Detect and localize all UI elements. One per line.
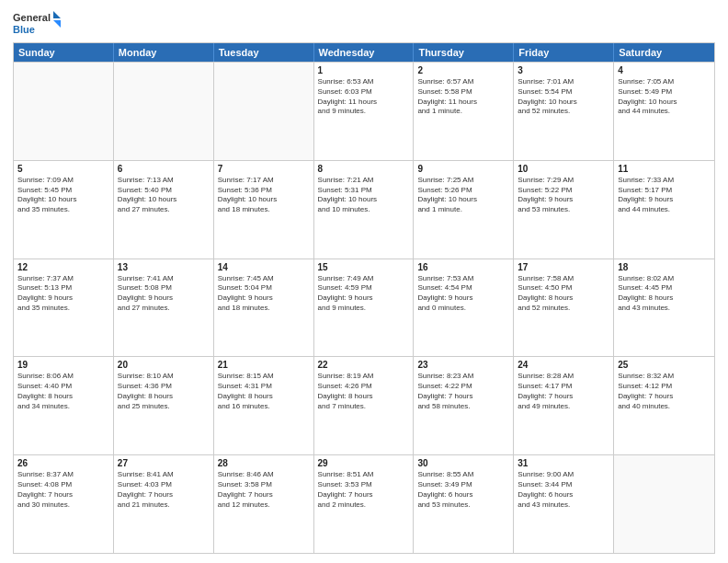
day-number: 11 [618,164,711,174]
calendar-week-4: 19Sunrise: 8:06 AM Sunset: 4:40 PM Dayli… [14,356,714,454]
day-number: 7 [218,164,310,174]
day-info: Sunrise: 8:28 AM Sunset: 4:17 PM Dayligh… [518,372,609,411]
calendar-day-12: 12Sunrise: 7:37 AM Sunset: 5:13 PM Dayli… [14,259,114,357]
calendar-week-1: 1Sunrise: 6:53 AM Sunset: 6:03 PM Daylig… [14,62,714,160]
calendar-day-8: 8Sunrise: 7:21 AM Sunset: 5:31 PM Daylig… [314,161,415,259]
calendar-day-10: 10Sunrise: 7:29 AM Sunset: 5:22 PM Dayli… [514,161,614,259]
day-number: 24 [518,360,609,370]
day-info: Sunrise: 8:55 AM Sunset: 3:49 PM Dayligh… [417,470,509,510]
calendar-day-28: 28Sunrise: 8:46 AM Sunset: 3:58 PM Dayli… [214,455,314,553]
day-info: Sunrise: 7:25 AM Sunset: 5:26 PM Dayligh… [417,176,509,215]
day-info: Sunrise: 7:41 AM Sunset: 5:08 PM Dayligh… [118,274,210,314]
day-number: 17 [518,262,609,272]
calendar-day-20: 20Sunrise: 8:10 AM Sunset: 4:36 PM Dayli… [114,357,214,454]
day-info: Sunrise: 7:58 AM Sunset: 4:50 PM Dayligh… [518,274,609,314]
day-number: 16 [417,262,509,272]
weekday-header-monday: Monday [114,43,214,62]
calendar-day-empty [14,63,114,160]
calendar-day-19: 19Sunrise: 8:06 AM Sunset: 4:40 PM Dayli… [14,357,114,454]
day-number: 28 [218,458,310,468]
day-info: Sunrise: 8:23 AM Sunset: 4:22 PM Dayligh… [417,372,509,411]
day-number: 30 [417,458,509,468]
day-info: Sunrise: 6:53 AM Sunset: 6:03 PM Dayligh… [318,77,410,117]
weekday-header-wednesday: Wednesday [314,43,415,62]
calendar-day-9: 9Sunrise: 7:25 AM Sunset: 5:26 PM Daylig… [414,161,514,259]
calendar: SundayMondayTuesdayWednesdayThursdayFrid… [13,42,715,554]
day-number: 9 [417,164,509,174]
svg-marker-2 [53,11,61,18]
day-info: Sunrise: 8:06 AM Sunset: 4:40 PM Dayligh… [17,372,109,411]
day-number: 14 [218,262,310,272]
calendar-day-empty [214,63,314,160]
day-number: 2 [417,65,509,75]
calendar-day-31: 31Sunrise: 9:00 AM Sunset: 3:44 PM Dayli… [514,455,614,553]
calendar-day-23: 23Sunrise: 8:23 AM Sunset: 4:22 PM Dayli… [414,357,514,454]
day-info: Sunrise: 7:21 AM Sunset: 5:31 PM Dayligh… [318,176,410,215]
day-number: 25 [618,360,711,370]
calendar-day-16: 16Sunrise: 7:53 AM Sunset: 4:54 PM Dayli… [414,259,514,357]
day-number: 19 [17,360,109,370]
calendar-week-3: 12Sunrise: 7:37 AM Sunset: 5:13 PM Dayli… [14,259,714,357]
day-info: Sunrise: 7:53 AM Sunset: 4:54 PM Dayligh… [417,274,509,314]
day-number: 6 [118,164,210,174]
day-number: 8 [318,164,410,174]
day-number: 23 [417,360,509,370]
day-number: 12 [17,262,109,272]
day-number: 29 [318,458,410,468]
calendar-day-empty [114,63,214,160]
day-info: Sunrise: 7:45 AM Sunset: 5:04 PM Dayligh… [218,274,310,314]
day-info: Sunrise: 8:15 AM Sunset: 4:31 PM Dayligh… [218,372,310,411]
svg-text:Blue: Blue [13,24,35,35]
day-info: Sunrise: 8:10 AM Sunset: 4:36 PM Dayligh… [118,372,210,411]
day-info: Sunrise: 6:57 AM Sunset: 5:58 PM Dayligh… [417,77,509,117]
calendar-day-24: 24Sunrise: 8:28 AM Sunset: 4:17 PM Dayli… [514,357,614,454]
day-number: 13 [118,262,210,272]
svg-marker-3 [53,20,61,28]
day-number: 4 [618,65,711,75]
day-number: 3 [518,65,609,75]
day-number: 18 [618,262,711,272]
day-info: Sunrise: 7:37 AM Sunset: 5:13 PM Dayligh… [17,274,109,314]
calendar-day-18: 18Sunrise: 8:02 AM Sunset: 4:45 PM Dayli… [614,259,714,357]
day-info: Sunrise: 8:51 AM Sunset: 3:53 PM Dayligh… [318,470,410,510]
day-info: Sunrise: 7:01 AM Sunset: 5:54 PM Dayligh… [518,77,609,117]
calendar-day-29: 29Sunrise: 8:51 AM Sunset: 3:53 PM Dayli… [314,455,415,553]
page-header: General Blue [13,9,715,37]
day-number: 26 [17,458,109,468]
day-info: Sunrise: 7:29 AM Sunset: 5:22 PM Dayligh… [518,176,609,215]
logo: General Blue [13,9,63,37]
day-number: 15 [318,262,410,272]
day-info: Sunrise: 7:49 AM Sunset: 4:59 PM Dayligh… [318,274,410,314]
calendar-day-14: 14Sunrise: 7:45 AM Sunset: 5:04 PM Dayli… [214,259,314,357]
day-info: Sunrise: 8:02 AM Sunset: 4:45 PM Dayligh… [618,274,711,314]
day-info: Sunrise: 7:09 AM Sunset: 5:45 PM Dayligh… [17,176,109,215]
calendar-day-17: 17Sunrise: 7:58 AM Sunset: 4:50 PM Dayli… [514,259,614,357]
day-number: 10 [518,164,609,174]
calendar-day-13: 13Sunrise: 7:41 AM Sunset: 5:08 PM Dayli… [114,259,214,357]
calendar-day-3: 3Sunrise: 7:01 AM Sunset: 5:54 PM Daylig… [514,63,614,160]
calendar-day-15: 15Sunrise: 7:49 AM Sunset: 4:59 PM Dayli… [314,259,415,357]
day-number: 1 [318,65,410,75]
calendar-day-27: 27Sunrise: 8:41 AM Sunset: 4:03 PM Dayli… [114,455,214,553]
day-info: Sunrise: 7:13 AM Sunset: 5:40 PM Dayligh… [118,176,210,215]
calendar-day-empty [614,455,714,553]
calendar-day-26: 26Sunrise: 8:37 AM Sunset: 4:08 PM Dayli… [14,455,114,553]
day-number: 27 [118,458,210,468]
calendar-day-7: 7Sunrise: 7:17 AM Sunset: 5:36 PM Daylig… [214,161,314,259]
calendar-day-5: 5Sunrise: 7:09 AM Sunset: 5:45 PM Daylig… [14,161,114,259]
calendar-day-21: 21Sunrise: 8:15 AM Sunset: 4:31 PM Dayli… [214,357,314,454]
day-info: Sunrise: 8:41 AM Sunset: 4:03 PM Dayligh… [118,470,210,510]
weekday-header-friday: Friday [514,43,614,62]
weekday-header-thursday: Thursday [414,43,514,62]
day-info: Sunrise: 7:33 AM Sunset: 5:17 PM Dayligh… [618,176,711,215]
weekday-header-saturday: Saturday [614,43,714,62]
day-info: Sunrise: 9:00 AM Sunset: 3:44 PM Dayligh… [518,470,609,510]
calendar-day-25: 25Sunrise: 8:32 AM Sunset: 4:12 PM Dayli… [614,357,714,454]
day-info: Sunrise: 7:17 AM Sunset: 5:36 PM Dayligh… [218,176,310,215]
day-info: Sunrise: 8:19 AM Sunset: 4:26 PM Dayligh… [318,372,410,411]
weekday-header-tuesday: Tuesday [214,43,314,62]
weekday-header-sunday: Sunday [14,43,114,62]
svg-text:General: General [13,12,51,23]
calendar-day-6: 6Sunrise: 7:13 AM Sunset: 5:40 PM Daylig… [114,161,214,259]
calendar-day-4: 4Sunrise: 7:05 AM Sunset: 5:49 PM Daylig… [614,63,714,160]
